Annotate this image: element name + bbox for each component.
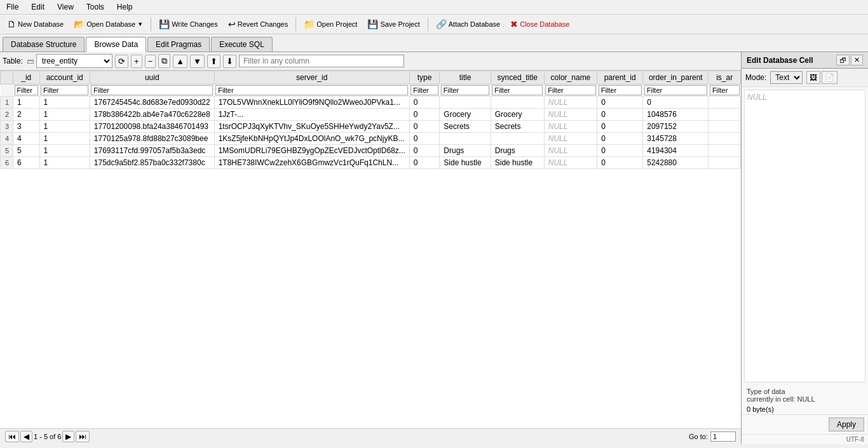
table-row[interactable]: 33117701200098.bfa24a38467014931tsrOCPJ3… bbox=[1, 121, 741, 133]
close-database-button[interactable]: ✖ Close Database bbox=[506, 17, 574, 32]
table-cell[interactable]: 1048576 bbox=[643, 109, 709, 121]
table-cell[interactable]: 17OL5VWnnXnekLL0lYliO9f9NQllo2WweoJ0PVka… bbox=[214, 97, 409, 109]
table-cell[interactable]: 6 bbox=[13, 157, 40, 169]
menu-file[interactable]: File bbox=[3, 1, 22, 13]
table-cell[interactable]: Drugs bbox=[491, 145, 544, 157]
menu-view[interactable]: View bbox=[53, 1, 78, 13]
tab-execute-sql[interactable]: Execute SQL bbox=[211, 37, 273, 51]
filter-input[interactable] bbox=[239, 55, 404, 67]
mode-icon-btn-1[interactable]: 🖼 bbox=[806, 71, 820, 84]
tab-database-structure[interactable]: Database Structure bbox=[3, 37, 85, 51]
table-cell-color-name[interactable]: NULL bbox=[544, 145, 597, 157]
table-cell[interactable] bbox=[491, 97, 544, 109]
table-cell[interactable]: 3145728 bbox=[643, 133, 709, 145]
filter-type-input[interactable]: Filter bbox=[410, 85, 438, 95]
col-server-id[interactable]: server_id bbox=[214, 71, 409, 85]
table-cell[interactable]: 0 bbox=[409, 145, 440, 157]
filter-server-id-input[interactable]: Filter bbox=[215, 85, 408, 95]
col-is-ar[interactable]: is_ar bbox=[709, 71, 741, 85]
table-cell[interactable]: 3 bbox=[13, 121, 40, 133]
table-cell[interactable]: 17701200098.bfa24a3846701493 bbox=[90, 121, 214, 133]
table-cell[interactable]: 0 bbox=[597, 121, 643, 133]
menu-tools[interactable]: Tools bbox=[83, 1, 108, 13]
table-cell[interactable]: Drugs bbox=[440, 145, 491, 157]
col-type[interactable]: type bbox=[409, 71, 440, 85]
table-cell[interactable]: Secrets bbox=[491, 121, 544, 133]
col-parent-id[interactable]: parent_id bbox=[597, 71, 643, 85]
filter-account-id-input[interactable]: Filter bbox=[41, 85, 88, 95]
open-project-button[interactable]: 📁 Open Project bbox=[299, 17, 362, 32]
table-row[interactable]: 221178b386422b.ab4e7a470c6228e81JzT-...0… bbox=[1, 109, 741, 121]
table-cell[interactable]: 0 bbox=[597, 97, 643, 109]
table-cell[interactable]: 0 bbox=[597, 157, 643, 169]
table-cell[interactable]: 1 bbox=[1, 97, 13, 109]
col-synced-title[interactable]: synced_title bbox=[491, 71, 544, 85]
table-cell[interactable]: 2 bbox=[1, 109, 13, 121]
table-container[interactable]: _id account_id uuid server_id type title… bbox=[0, 71, 741, 428]
table-cell[interactable]: 5 bbox=[13, 145, 40, 157]
right-panel-close-button[interactable]: ✕ bbox=[851, 55, 863, 65]
table-cell-color-name[interactable]: NULL bbox=[544, 109, 597, 121]
filter-title-input[interactable]: Filter bbox=[441, 85, 489, 95]
table-cell[interactable] bbox=[709, 133, 741, 145]
right-panel-restore-button[interactable]: 🗗 bbox=[836, 55, 850, 65]
table-cell[interactable]: 0 bbox=[409, 97, 440, 109]
filter-color-name[interactable]: Filter bbox=[544, 85, 597, 97]
col-color-name[interactable]: color_name bbox=[544, 71, 597, 85]
export-button[interactable]: ⬇ bbox=[223, 55, 236, 68]
nav-first-button[interactable]: ⏮ bbox=[5, 431, 19, 442]
table-cell[interactable]: 0 bbox=[409, 109, 440, 121]
table-cell[interactable] bbox=[709, 145, 741, 157]
cell-content[interactable]: NULL bbox=[744, 90, 865, 383]
table-cell[interactable]: 1 bbox=[13, 97, 40, 109]
filter-parent-id-input[interactable]: Filter bbox=[599, 85, 642, 95]
table-cell[interactable]: 0 bbox=[409, 133, 440, 145]
table-cell[interactable] bbox=[491, 133, 544, 145]
table-cell[interactable]: 1770125a978.8fd88b27c3089bee bbox=[90, 133, 214, 145]
filter-is-ar-input[interactable]: Filter bbox=[710, 85, 740, 95]
filter-color-name-input[interactable]: Filter bbox=[545, 85, 595, 95]
table-cell[interactable]: 1 bbox=[39, 157, 90, 169]
filter-synced-title[interactable]: Filter bbox=[491, 85, 544, 97]
new-record-button[interactable]: + bbox=[131, 55, 142, 68]
table-cell[interactable]: 1 bbox=[39, 145, 90, 157]
apply-button[interactable]: Apply bbox=[829, 417, 864, 431]
table-cell[interactable]: 1767245454c.8d683e7ed0930d22 bbox=[90, 97, 214, 109]
table-cell[interactable]: 1 bbox=[39, 109, 90, 121]
duplicate-record-button[interactable]: ⧉ bbox=[158, 54, 170, 68]
col-id[interactable]: _id bbox=[13, 71, 40, 85]
table-cell[interactable]: 3 bbox=[1, 121, 13, 133]
table-cell[interactable]: 5 bbox=[1, 145, 13, 157]
table-row[interactable]: 55117693117cfd.997057af5b3a3edc1MSomUDRL… bbox=[1, 145, 741, 157]
table-cell[interactable]: 0 bbox=[597, 145, 643, 157]
table-cell[interactable]: 2 bbox=[13, 109, 40, 121]
table-cell[interactable] bbox=[440, 97, 491, 109]
table-cell[interactable]: 0 bbox=[409, 121, 440, 133]
table-cell[interactable]: 175dc9a5bf2.857ba0c332f7380c bbox=[90, 157, 214, 169]
table-cell[interactable]: Secrets bbox=[440, 121, 491, 133]
nav-prev-button[interactable]: ◀ bbox=[20, 431, 32, 442]
filter-server-id[interactable]: Filter bbox=[214, 85, 409, 97]
table-cell[interactable]: Grocery bbox=[440, 109, 491, 121]
table-cell[interactable]: 0 bbox=[643, 97, 709, 109]
filter-is-ar[interactable]: Filter bbox=[709, 85, 741, 97]
move-down-button[interactable]: ▼ bbox=[190, 55, 205, 68]
table-row[interactable]: 4411770125a978.8fd88b27c3089bee1KsZ5jfeK… bbox=[1, 133, 741, 145]
col-uuid[interactable]: uuid bbox=[90, 71, 214, 85]
write-changes-button[interactable]: 💾 Write Changes bbox=[154, 17, 222, 32]
col-title[interactable]: title bbox=[440, 71, 491, 85]
menu-edit[interactable]: Edit bbox=[27, 1, 48, 13]
refresh-button[interactable]: ⟳ bbox=[115, 55, 128, 68]
new-database-button[interactable]: 🗋 New Database bbox=[3, 17, 68, 32]
table-row[interactable]: 1111767245454c.8d683e7ed0930d2217OL5VWnn… bbox=[1, 97, 741, 109]
filter-order[interactable]: Filter bbox=[643, 85, 709, 97]
filter-type[interactable]: Filter bbox=[409, 85, 440, 97]
tab-browse-data[interactable]: Browse Data bbox=[86, 37, 146, 52]
table-cell[interactable]: 1T8HE738IWCw2zehX6GBGmwzVc1rQuFq1ChLN... bbox=[214, 157, 409, 169]
table-cell[interactable]: 1 bbox=[39, 97, 90, 109]
table-cell[interactable]: 1 bbox=[39, 133, 90, 145]
table-cell[interactable]: 4 bbox=[1, 133, 13, 145]
table-cell[interactable]: 1 bbox=[39, 121, 90, 133]
table-cell[interactable]: 0 bbox=[409, 157, 440, 169]
col-order-in-parent[interactable]: order_in_parent bbox=[643, 71, 709, 85]
